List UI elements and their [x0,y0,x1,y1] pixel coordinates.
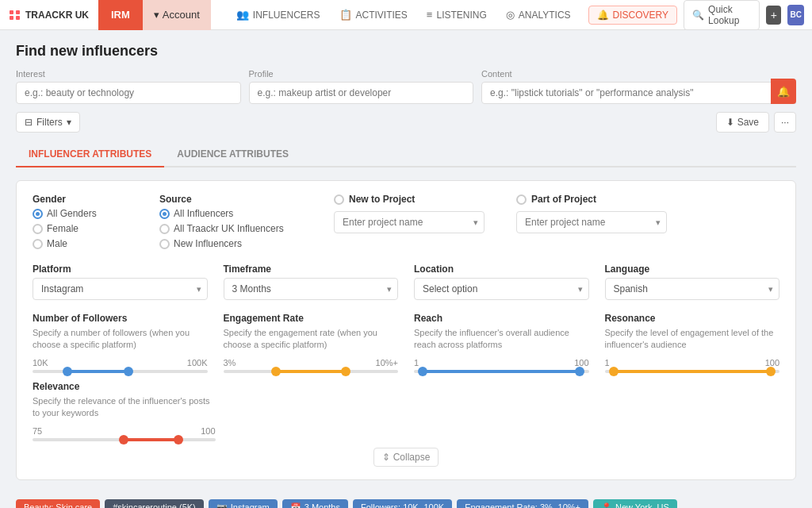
relevance-thumb-min[interactable] [119,435,128,444]
platform-label: Platform [33,264,208,275]
bell-icon: 🔔 [597,10,609,21]
tag-row-1: Beauty: Skin care #skincareroutine (5K) … [16,499,796,508]
engagement-slider[interactable] [224,370,399,373]
alert-button[interactable]: 🔔 [771,79,796,104]
followers-values: 10K 100K [33,358,208,368]
attribute-tabs: INFLUENCER ATTRIBUTES AUDIENCE ATTRIBUTE… [16,142,796,167]
gender-all[interactable]: All Genders [33,208,128,219]
tag-location[interactable]: 📍 New York, US [593,499,677,508]
nav-right: 🔔 DISCOVERY 🔍 Quick Lookup + BC [580,0,812,30]
engagement-filter: Engagement Rate Specify the engagement r… [224,313,399,373]
radio-new-to-project [334,194,344,205]
location-dropdown-wrap: Select option United States United Kingd… [414,278,589,300]
nav-item-listening[interactable]: ≡ LISTENING [417,0,496,30]
filter-row-2: Platform Instagram YouTube Twitter TikTo… [33,264,779,300]
location-select[interactable]: Select option United States United Kingd… [414,278,589,300]
timeframe-select[interactable]: 1 Month 3 Months 6 Months 12 Months [224,278,399,300]
collapse-button[interactable]: ⇕ Collapse [373,448,439,467]
resonance-label: Resonance [605,313,780,324]
platform-filter: Platform Instagram YouTube Twitter TikTo… [33,264,208,300]
main-content: Find new influencers Interest Profile Co… [0,30,812,493]
nav-item-activities[interactable]: 📋 ACTIVITIES [330,0,417,30]
reach-filter: Reach Specify the influencer's overall a… [414,313,589,373]
followers-thumb-min[interactable] [63,367,72,376]
engagement-thumb-min[interactable] [271,367,281,376]
relevance-thumb-max[interactable] [174,435,183,444]
bottom-tags-area: Beauty: Skin care #skincareroutine (5K) … [0,493,812,508]
language-filter: Language Spanish English French German [605,264,780,300]
quick-lookup-button[interactable]: 🔍 Quick Lookup [684,0,760,30]
influencers-icon: 👥 [236,9,249,21]
part-of-project-input-wrap [516,211,667,233]
followers-slider[interactable] [33,370,208,373]
gender-label: Gender [33,194,128,205]
controls-right: ⬇ Save ··· [716,112,796,133]
profile-label: Profile [249,69,474,79]
gender-female[interactable]: Female [33,223,128,234]
pin-icon: 📍 [601,502,612,508]
relevance-slider[interactable] [33,438,216,441]
radio-male [33,239,43,249]
filters-button[interactable]: ⊟ Filters ▾ [16,112,80,133]
source-all[interactable]: All Influencers [159,208,302,219]
account-tab[interactable]: ▾ Account [143,0,211,30]
add-button[interactable]: + [766,6,781,25]
tag-beauty[interactable]: Beauty: Skin care [16,499,100,508]
engagement-thumb-max[interactable] [341,367,350,376]
activities-icon: 📋 [339,9,352,21]
part-of-project-input[interactable] [516,211,667,233]
platform-dropdown-wrap: Instagram YouTube Twitter TikTok [33,278,208,300]
reach-thumb-min[interactable] [418,367,427,376]
save-button[interactable]: ⬇ Save [716,112,769,133]
save-icon: ⬇ [726,117,734,128]
content-input[interactable] [481,82,796,104]
interest-input[interactable] [16,82,241,104]
more-button[interactable]: ··· [774,112,796,133]
bell-alert-icon: 🔔 [777,86,790,98]
tag-months[interactable]: 📅 3 Months [282,499,348,508]
nav-item-analytics[interactable]: ◎ ANALYTICS [496,0,580,30]
gender-male[interactable]: Male [33,238,128,249]
reach-fill [423,370,580,373]
resonance-thumb-max[interactable] [766,367,776,376]
reach-label: Reach [414,313,589,324]
tag-followers[interactable]: Followers: 10K- 100K [353,499,452,508]
irm-tab[interactable]: IRM [98,0,143,30]
language-dropdown-wrap: Spanish English French German [605,278,780,300]
discovery-button[interactable]: 🔔 DISCOVERY [588,6,677,25]
platform-select[interactable]: Instagram YouTube Twitter TikTok [33,278,208,300]
language-select[interactable]: Spanish English French German [605,278,780,300]
language-label: Language [605,264,780,275]
followers-desc: Specify a number of followers (when you … [33,327,208,352]
source-new[interactable]: New Influencers [159,238,302,249]
engagement-desc: Specify the engagement rate (when you ch… [224,327,399,352]
avatar[interactable]: BC [787,5,804,25]
tab-influencer-attributes[interactable]: INFLUENCER ATTRIBUTES [16,142,164,167]
gender-filter: Gender All Genders Female Male [33,194,128,249]
logo-icon [10,10,21,20]
reach-thumb-max[interactable] [575,367,584,376]
resonance-thumb-min[interactable] [609,367,619,376]
profile-input[interactable] [249,82,474,104]
tag-instagram[interactable]: 📷 Instagram [209,499,278,508]
tag-skincare[interactable]: #skincareroutine (5K) [105,499,204,508]
source-traackr[interactable]: All Traackr UK Influencers [159,223,302,234]
radio-traackr [159,224,170,234]
page-title: Find new influencers [16,43,796,60]
reach-slider[interactable] [414,370,589,373]
followers-thumb-max[interactable] [124,367,133,376]
tag-engagement[interactable]: Engagement Rate: 3%- 10%+ [457,499,588,508]
relevance-row: Relevance Specify the relevance of the i… [33,381,779,441]
controls-row: ⊟ Filters ▾ ⬇ Save ··· [16,112,796,133]
resonance-fill [614,370,771,373]
source-radio-group: All Influencers All Traackr UK Influence… [159,208,302,249]
resonance-slider[interactable] [605,370,780,373]
radio-all-influencers [159,209,170,219]
nav-item-influencers[interactable]: 👥 INFLUENCERS [227,0,330,30]
nav-items: 👥 INFLUENCERS 📋 ACTIVITIES ≡ LISTENING ◎… [227,0,580,30]
chevron-down-icon: ▾ [154,9,159,21]
followers-fill [67,370,128,373]
tab-audience-attributes[interactable]: AUDIENCE ATTRIBUTES [164,142,301,167]
new-to-project-input[interactable] [334,211,485,233]
interest-label: Interest [16,69,241,79]
